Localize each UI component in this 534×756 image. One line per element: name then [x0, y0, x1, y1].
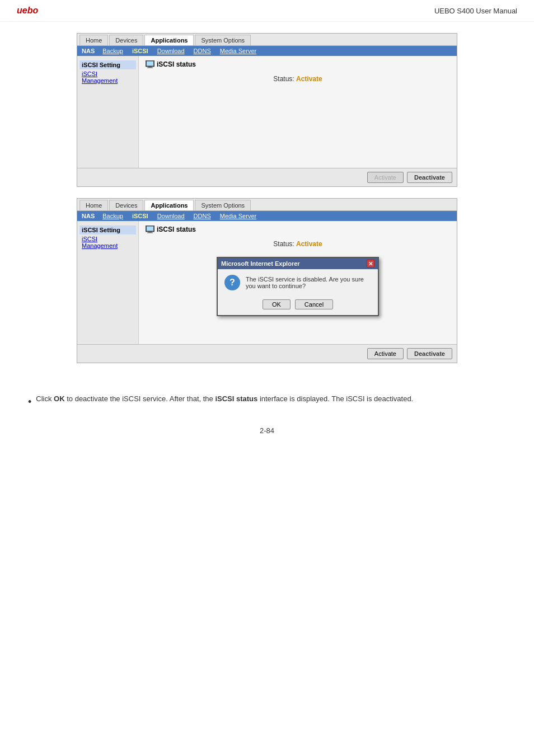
svg-rect-6 [148, 232, 152, 233]
panel1-activate-button[interactable]: Activate [367, 172, 404, 183]
panel2-sub-nav-download[interactable]: Download [154, 212, 188, 220]
bullet-bold-iscsi-status: iSCSI status [215, 395, 257, 403]
monitor-icon [146, 60, 154, 68]
panel2-monitor-icon [146, 226, 154, 233]
svg-rect-3 [147, 68, 153, 68]
dialog-box: Microsoft Internet Explorer ✕ ? The iSCS… [217, 257, 379, 316]
panel2-sub-nav-iscsi[interactable]: iSCSI [129, 212, 152, 220]
panel1-sidebar-iscsi-setting[interactable]: iSCSI Setting [79, 60, 136, 69]
panel2: Home Devices Applications System Options… [77, 198, 457, 363]
dialog-cancel-button[interactable]: Cancel [295, 299, 333, 309]
dialog-overlay: Microsoft Internet Explorer ✕ ? The iSCS… [217, 257, 379, 316]
panel2-sub-nav-label: NAS [79, 212, 97, 220]
panel2-status-value: Activate [296, 240, 322, 248]
panel2-sub-nav: NAS Backup iSCSI Download DDNS Media Ser… [77, 211, 457, 221]
panel2-sidebar-iscsi-setting[interactable]: iSCSI Setting [79, 226, 136, 234]
bullet-item: • Click OK to deactivate the iSCSI servi… [28, 393, 506, 410]
bullet-bold-ok: OK [54, 395, 65, 403]
panel1-sidebar-iscsi-management[interactable]: iSCSI Management [79, 69, 136, 85]
panel1-sub-nav: NAS Backup iSCSI Download DDNS Media Ser… [77, 46, 457, 56]
panel2-body: iSCSI Setting iSCSI Management iSCSI sta… [77, 221, 457, 344]
panel1-status-line: Status: Activate [146, 75, 450, 83]
panel1-footer: Activate Deactivate [77, 168, 457, 186]
dialog-buttons: OK Cancel [218, 296, 378, 315]
panel1-tab-system-options[interactable]: System Options [195, 35, 251, 45]
panel1-main: iSCSI status Status: Activate [139, 56, 457, 168]
panel2-activate-button[interactable]: Activate [367, 348, 404, 359]
panel2-tab-home[interactable]: Home [79, 200, 108, 210]
dialog-titlebar: Microsoft Internet Explorer ✕ [218, 258, 378, 269]
dialog-body: ? The iSCSI service is disabled. Are you… [218, 269, 378, 296]
bullet-dot: • [28, 395, 31, 410]
panel2-main: iSCSI status Status: Activate Microsoft … [139, 221, 457, 344]
panel2-status-line: Status: Activate [146, 240, 450, 248]
dialog-ok-button[interactable]: OK [263, 299, 291, 309]
panel1-status-value: Activate [296, 75, 322, 83]
dialog-message: The iSCSI service is disabled. Are you s… [246, 276, 371, 289]
panel1-sub-nav-ddns[interactable]: DDNS [190, 47, 214, 55]
panel1-section-title-text: iSCSI status [157, 60, 196, 68]
panel1-sub-nav-download[interactable]: Download [154, 47, 188, 55]
bullet-section: • Click OK to deactivate the iSCSI servi… [0, 388, 534, 415]
svg-rect-2 [148, 67, 152, 68]
panel1-sub-nav-backup[interactable]: Backup [99, 47, 127, 55]
panel2-footer: Activate Deactivate [77, 344, 457, 363]
panel1-sub-nav-iscsi[interactable]: iSCSI [129, 47, 152, 55]
svg-rect-5 [147, 227, 153, 231]
svg-rect-1 [147, 62, 153, 66]
manual-title: UEBO S400 User Manual [434, 7, 517, 15]
content-area: Home Devices Applications System Options… [0, 22, 534, 386]
page-number: 2-84 [0, 415, 534, 446]
bullet-text: Click OK to deactivate the iSCSI service… [36, 393, 413, 405]
panel1-tab-devices[interactable]: Devices [109, 35, 143, 45]
dialog-title: Microsoft Internet Explorer [221, 260, 300, 267]
panel2-nav-bar: Home Devices Applications System Options [77, 199, 457, 211]
panel1-body: iSCSI Setting iSCSI Management iSCSI sta… [77, 56, 457, 168]
panel2-tab-applications[interactable]: Applications [144, 200, 194, 210]
panel2-sub-nav-backup[interactable]: Backup [99, 212, 127, 220]
panel1-tab-applications[interactable]: Applications [144, 35, 194, 45]
panel2-sub-nav-media-server[interactable]: Media Server [217, 212, 260, 220]
logo: uebo [17, 6, 38, 16]
panel2-section-title-text: iSCSI status [157, 226, 196, 233]
panel1-tab-home[interactable]: Home [79, 35, 108, 45]
panel1-sidebar: iSCSI Setting iSCSI Management [77, 56, 139, 168]
panel1-nav-bar: Home Devices Applications System Options [77, 34, 457, 46]
panel2-sidebar-iscsi-management[interactable]: iSCSI Management [79, 234, 136, 250]
panel2-section-title: iSCSI status [146, 226, 450, 233]
panel1-sub-nav-media-server[interactable]: Media Server [217, 47, 260, 55]
page-header: uebo UEBO S400 User Manual [0, 0, 534, 22]
panel1-deactivate-button[interactable]: Deactivate [407, 172, 452, 183]
panel2-sidebar: iSCSI Setting iSCSI Management [77, 221, 139, 344]
dialog-close-button[interactable]: ✕ [367, 260, 374, 267]
panel2-deactivate-button[interactable]: Deactivate [407, 348, 452, 359]
panel2-status-label: Status: [273, 240, 296, 248]
panel1-status-label: Status: [273, 75, 296, 83]
panel2-sub-nav-ddns[interactable]: DDNS [190, 212, 214, 220]
panel1: Home Devices Applications System Options… [77, 33, 457, 187]
panel1-section-title: iSCSI status [146, 60, 450, 68]
dialog-question-icon: ? [224, 275, 240, 290]
panel2-tab-devices[interactable]: Devices [109, 200, 143, 210]
panel2-tab-system-options[interactable]: System Options [195, 200, 251, 210]
panel1-sub-nav-label: NAS [79, 47, 97, 55]
svg-rect-7 [147, 233, 153, 233]
